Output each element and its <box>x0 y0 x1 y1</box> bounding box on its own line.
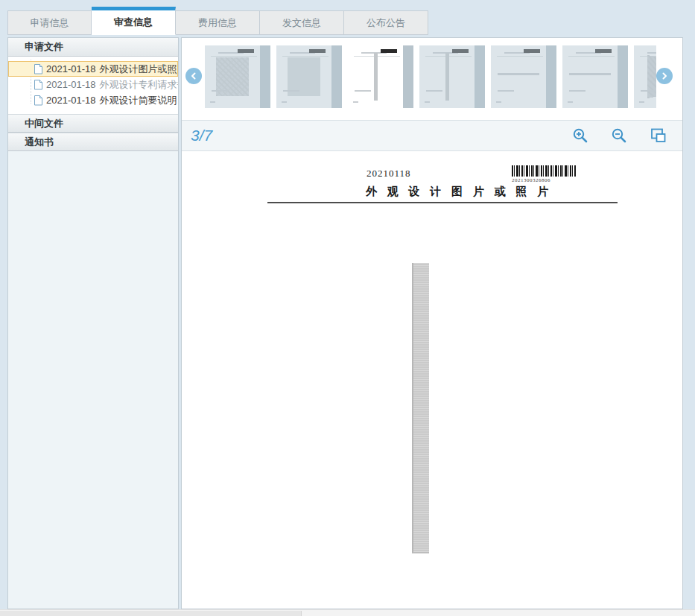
document-icon <box>34 95 43 106</box>
thumb-barcode <box>381 49 397 53</box>
file-date: 2021-01-18 <box>46 63 96 74</box>
application-file-list: 2021-01-18 外观设计图片或照片 2021-01-18 外观设计专利请求… <box>8 57 178 114</box>
file-item-design-request[interactable]: 2021-01-18 外观设计专利请求书 <box>8 77 178 92</box>
horizontal-scrollbar[interactable] <box>0 609 695 616</box>
file-name: 外观设计图片或照片 <box>100 63 179 76</box>
page-indicator: 3/7 <box>191 127 212 145</box>
file-name: 外观设计专利请求书 <box>100 78 179 92</box>
zoom-out-icon[interactable] <box>611 127 627 144</box>
thumbnail-page-2[interactable] <box>276 45 342 108</box>
section-notices[interactable]: 通知书 <box>8 133 178 151</box>
chevron-left-icon <box>189 72 198 80</box>
thumb-dim-overlay <box>562 45 628 108</box>
design-side-view-image <box>412 263 429 553</box>
document-icon <box>34 80 43 90</box>
horizontal-scrollbar-thumb[interactable] <box>0 611 302 616</box>
page-thumbnail-carousel <box>182 38 682 120</box>
file-date: 2021-01-18 <box>46 79 96 90</box>
viewer-toolbar: 3/7 <box>182 120 682 151</box>
thumb-dim-overlay <box>419 45 485 108</box>
tab-fee-info[interactable]: 费用信息 <box>176 10 260 35</box>
document-viewer-panel: 3/7 20210118 2021300326806 外 观 设 计 图 片 或 <box>181 37 683 609</box>
thumb-page-number <box>353 101 358 103</box>
thumbnail-page-3-current[interactable] <box>348 45 413 108</box>
compare-windows-icon[interactable] <box>650 127 667 144</box>
zoom-in-icon[interactable] <box>572 127 588 144</box>
tab-publication-announcement[interactable]: 公布公告 <box>344 10 428 35</box>
thumbnail-page-5[interactable] <box>491 45 556 108</box>
thumbnail-page-6[interactable] <box>562 45 628 108</box>
thumb-caption <box>355 90 371 92</box>
prev-page-button[interactable] <box>185 68 202 84</box>
document-page-view: 20210118 2021300326806 外 观 设 计 图 片 或 照 片 <box>182 151 682 609</box>
thumbnail-page-7[interactable] <box>634 45 656 108</box>
patent-review-page: { "tabs": [ { "label": "申请信息", "active":… <box>0 0 695 616</box>
thumb-dim-overlay <box>634 45 656 108</box>
document-tree-sidebar: 申请文件 2021-01-18 外观设计图片或照片 2021-01-18 外观设… <box>7 37 179 609</box>
section-application-files[interactable]: 申请文件 <box>8 38 178 57</box>
side-view-bar-image <box>374 53 378 101</box>
file-item-brief-description[interactable]: 2021-01-18 外观设计简要说明 <box>8 92 178 108</box>
thumb-dim-overlay <box>276 45 342 108</box>
file-date: 2021-01-18 <box>46 95 96 106</box>
chevron-right-icon <box>660 72 669 80</box>
viewer-tool-icons <box>572 127 667 144</box>
thumbnail-page-4[interactable] <box>419 45 485 108</box>
main-tabbar: 申请信息 审查信息 费用信息 发文信息 公布公告 <box>7 7 428 35</box>
thumbnail-strip <box>205 45 656 109</box>
thumbnail-page-1[interactable] <box>205 45 270 108</box>
tab-issued-documents-info[interactable]: 发文信息 <box>260 10 344 35</box>
thumb-dim-overlay <box>205 45 270 108</box>
document-date: 20210118 <box>366 168 411 180</box>
tab-application-info[interactable]: 申请信息 <box>7 10 92 35</box>
file-name: 外观设计简要说明 <box>100 94 177 107</box>
tab-examination-info[interactable]: 审查信息 <box>92 7 176 35</box>
document-title-rule <box>267 202 618 203</box>
file-item-design-pictures[interactable]: 2021-01-18 外观设计图片或照片 <box>8 61 178 77</box>
document-barcode-number: 2021300326806 <box>512 177 550 183</box>
document-icon <box>34 64 43 74</box>
thumb-dim-overlay <box>491 45 556 108</box>
next-page-button[interactable] <box>656 68 673 84</box>
document-barcode <box>512 165 576 177</box>
section-intermediate-files[interactable]: 中间文件 <box>8 114 178 133</box>
document-title: 外 观 设 计 图 片 或 照 片 <box>366 185 552 199</box>
